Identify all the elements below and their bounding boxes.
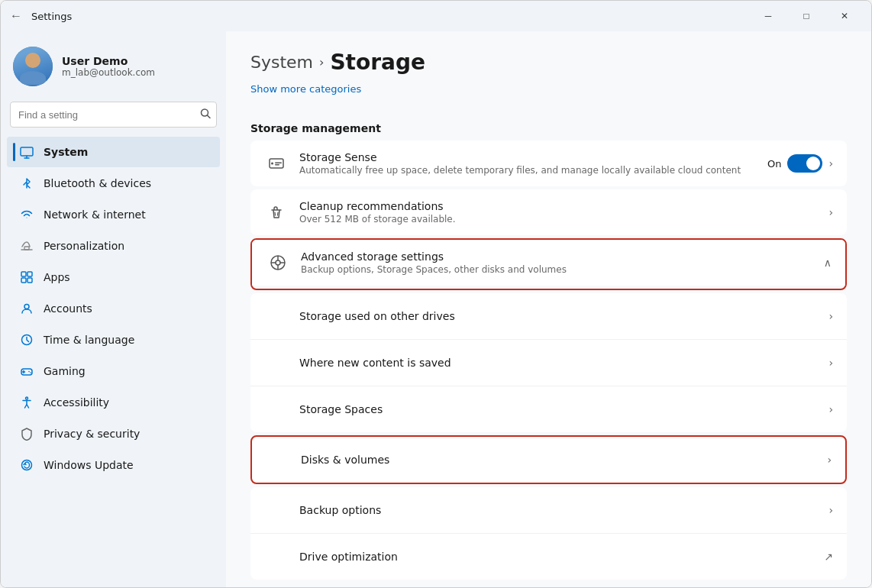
sidebar-item-label-accessibility: Accessibility: [44, 396, 109, 409]
drive-optimization-row[interactable]: Drive optimization ↗: [250, 534, 847, 580]
advanced-storage-row[interactable]: Advanced storage settings Backup options…: [252, 240, 845, 286]
svg-rect-9: [27, 278, 32, 283]
disks-volumes-icon: [266, 447, 290, 472]
main-content: System › Storage Show more categories St…: [226, 31, 871, 587]
storage-spaces-icon: [264, 397, 289, 422]
cleanup-card: Cleanup recommendations Over 512 MB of s…: [250, 189, 847, 235]
disks-volumes-right: ›: [827, 454, 832, 466]
storage-sense-subtitle: Automatically free up space, delete temp…: [299, 165, 767, 176]
svg-rect-5: [24, 247, 29, 250]
storage-sense-row[interactable]: Storage Sense Automatically free up spac…: [250, 141, 847, 186]
svg-point-10: [24, 305, 29, 309]
sidebar-item-accessibility[interactable]: Accessibility: [7, 387, 220, 418]
remaining-sub-items: Backup options › Drive optimization ↗: [250, 487, 847, 580]
storage-sense-toggle[interactable]: [787, 154, 822, 173]
sidebar-item-label-system: System: [44, 146, 88, 158]
sidebar-item-label-personalization: Personalization: [44, 240, 124, 252]
backup-options-text: Backup options: [299, 504, 828, 516]
sidebar-item-label-network: Network & internet: [44, 208, 146, 221]
back-button[interactable]: ←: [10, 9, 22, 23]
other-drives-right: ›: [828, 310, 833, 322]
window-title: Settings: [31, 11, 72, 22]
sidebar-item-gaming[interactable]: Gaming: [7, 356, 220, 386]
storage-spaces-text: Storage Spaces: [299, 403, 828, 415]
cleanup-text: Cleanup recommendations Over 512 MB of s…: [299, 200, 828, 225]
nav-menu: System Bluetooth & devices: [1, 137, 226, 480]
svg-rect-6: [21, 272, 26, 276]
other-drives-chevron: ›: [828, 310, 833, 322]
other-drives-text: Storage used on other drives: [299, 310, 828, 322]
search-icon-button[interactable]: [200, 108, 211, 121]
new-content-chevron: ›: [828, 357, 833, 369]
storage-sense-title: Storage Sense: [299, 151, 767, 163]
storage-spaces-row[interactable]: Storage Spaces ›: [250, 386, 847, 432]
storage-spaces-title: Storage Spaces: [299, 403, 828, 415]
storage-sense-icon: [264, 151, 289, 176]
system-icon: [19, 144, 34, 160]
gaming-icon: [19, 363, 34, 379]
accounts-icon: [19, 301, 34, 316]
advanced-storage-card: Advanced storage settings Backup options…: [252, 240, 845, 286]
maximize-button[interactable]: □: [789, 4, 824, 28]
disks-volumes-highlighted: Disks & volumes ›: [250, 435, 847, 484]
personalization-icon: [19, 238, 34, 254]
titlebar: ← Settings ─ □ ✕: [1, 1, 871, 31]
show-more-categories-link[interactable]: Show more categories: [250, 83, 361, 95]
search-input[interactable]: [10, 102, 217, 128]
svg-rect-2: [21, 147, 33, 156]
sidebar-item-personalization[interactable]: Personalization: [7, 231, 220, 261]
user-email: m_lab@outlook.com: [62, 67, 155, 78]
breadcrumb-chevron: ›: [319, 55, 324, 69]
disks-volumes-title: Disks & volumes: [301, 454, 827, 466]
sidebar-item-network[interactable]: Network & internet: [7, 199, 220, 230]
sidebar-item-apps[interactable]: Apps: [7, 262, 220, 292]
svg-point-17: [26, 397, 28, 399]
sidebar-item-bluetooth[interactable]: Bluetooth & devices: [7, 168, 220, 199]
disks-volumes-row[interactable]: Disks & volumes ›: [252, 437, 845, 483]
svg-line-1: [208, 115, 211, 118]
svg-rect-7: [27, 272, 32, 276]
new-content-row[interactable]: Where new content is saved ›: [250, 340, 847, 386]
sidebar-item-label-apps: Apps: [44, 271, 70, 283]
bluetooth-icon: [19, 176, 34, 191]
sidebar-item-time[interactable]: Time & language: [7, 325, 220, 355]
advanced-storage-text: Advanced storage settings Backup options…: [301, 250, 824, 275]
storage-spaces-chevron: ›: [828, 403, 833, 415]
sidebar-item-privacy[interactable]: Privacy & security: [7, 418, 220, 449]
time-icon: [19, 332, 34, 347]
svg-point-24: [276, 260, 280, 265]
backup-options-row[interactable]: Backup options ›: [250, 487, 847, 534]
other-drives-title: Storage used on other drives: [299, 310, 828, 322]
sidebar-item-system[interactable]: System: [7, 137, 220, 167]
toggle-on-label: On: [767, 158, 781, 170]
storage-sense-card: Storage Sense Automatically free up spac…: [250, 141, 847, 186]
other-drives-row[interactable]: Storage used on other drives ›: [250, 293, 847, 340]
cleanup-chevron: ›: [828, 206, 833, 218]
window-controls: ─ □ ✕: [751, 4, 862, 28]
advanced-storage-title: Advanced storage settings: [301, 250, 824, 263]
minimize-button[interactable]: ─: [751, 4, 786, 28]
sidebar-item-label-time: Time & language: [44, 334, 134, 346]
avatar: [13, 47, 53, 86]
new-content-right: ›: [828, 357, 833, 369]
user-profile[interactable]: User Demo m_lab@outlook.com: [1, 37, 226, 99]
sidebar-item-update[interactable]: Windows Update: [7, 450, 220, 480]
search-box: [10, 102, 217, 128]
close-button[interactable]: ✕: [827, 4, 862, 28]
sidebar-item-accounts[interactable]: Accounts: [7, 293, 220, 324]
search-icon: [200, 108, 211, 119]
backup-options-right: ›: [828, 504, 833, 516]
drive-optimization-title: Drive optimization: [299, 551, 824, 563]
advanced-storage-icon: [266, 250, 290, 275]
user-name: User Demo: [62, 55, 155, 67]
backup-options-chevron: ›: [828, 504, 833, 516]
accessibility-icon: [19, 395, 34, 410]
cleanup-subtitle: Over 512 MB of storage available.: [299, 214, 828, 225]
advanced-storage-chevron: ∧: [824, 257, 832, 269]
backup-options-icon: [264, 498, 289, 522]
cleanup-right: ›: [828, 206, 833, 218]
user-info: User Demo m_lab@outlook.com: [62, 55, 155, 78]
sidebar-item-label-gaming: Gaming: [44, 365, 86, 377]
svg-point-16: [30, 372, 31, 373]
cleanup-row[interactable]: Cleanup recommendations Over 512 MB of s…: [250, 189, 847, 235]
